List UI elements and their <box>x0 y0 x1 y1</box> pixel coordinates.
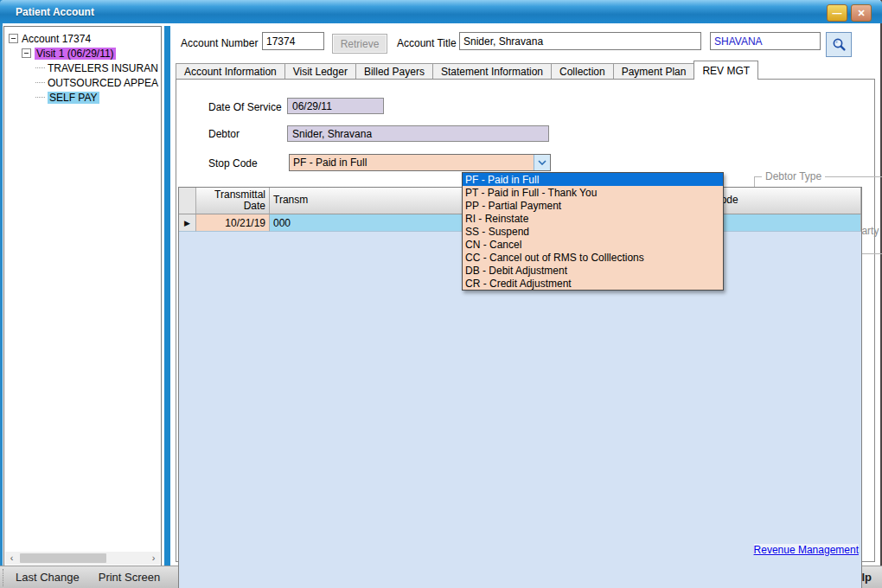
search-icon <box>832 37 847 52</box>
tree-node-payer[interactable]: SELF PAY <box>35 90 161 105</box>
dropdown-option[interactable]: DB - Debit Adjustment <box>463 264 723 277</box>
tree-node-visit-label[interactable]: Visit 1 (06/29/11) <box>35 48 116 60</box>
account-tree-panel: Account 17374 Visit 1 (06/29/11) TRAVELE… <box>3 26 162 566</box>
current-row-icon: ▶ <box>184 219 190 227</box>
tab-billed-payers[interactable]: Billed Payers <box>355 63 433 80</box>
scrollbar-thumb[interactable] <box>20 553 106 563</box>
tree-node-payer[interactable]: OUTSOURCED APPEA <box>35 75 161 90</box>
debtor-field: Snider, Shravana <box>287 125 549 142</box>
date-of-service-label: Date Of Service <box>208 101 282 113</box>
scroll-right-icon[interactable]: › <box>147 552 160 565</box>
row-selector-cell[interactable]: ▶ <box>179 214 196 232</box>
grid-selector-header <box>179 188 196 214</box>
patient-account-window: Patient Account — ✕ Account 17374 Visit … <box>0 0 882 588</box>
stop-code-dropdown-list: PF - Paid in Full PT - Paid in Full - Th… <box>462 172 724 291</box>
panel-splitter[interactable] <box>164 26 170 566</box>
stop-code-combobox[interactable]: PF - Paid in Full <box>289 154 551 171</box>
tree-node-account[interactable]: Account 17374 <box>9 31 161 46</box>
collapse-icon[interactable] <box>22 48 31 58</box>
dropdown-option[interactable]: CC - Cancel out of RMS to Colllections <box>463 251 723 264</box>
dropdown-option[interactable]: PT - Paid in Full - Thank You <box>463 186 723 199</box>
debtor-label: Debtor <box>208 128 240 140</box>
patient-search-input[interactable] <box>710 32 821 50</box>
dropdown-option[interactable]: PP - Partial Payment <box>463 199 723 212</box>
stop-code-value: PF - Paid in Full <box>290 155 534 170</box>
tree-node-payer-label[interactable]: OUTSOURCED APPEA <box>48 77 158 89</box>
tree-node-selfpay-label[interactable]: SELF PAY <box>48 92 99 104</box>
revenue-management-link[interactable]: Revenue Management <box>754 544 859 556</box>
tab-strip: Account Information Visit Ledger Billed … <box>176 61 757 80</box>
collapse-icon[interactable] <box>9 34 18 43</box>
tab-visit-ledger[interactable]: Visit Ledger <box>284 63 356 80</box>
account-number-label: Account Number <box>181 37 258 49</box>
account-number-input[interactable] <box>262 32 324 50</box>
tree-connector <box>35 67 45 68</box>
tab-collection[interactable]: Collection <box>551 63 614 80</box>
retrieve-button[interactable]: Retrieve <box>332 34 387 54</box>
tree-node-visit[interactable]: Visit 1 (06/29/11) <box>22 46 161 61</box>
tree-connector <box>35 97 45 98</box>
combo-dropdown-button[interactable] <box>534 155 550 170</box>
chevron-down-icon <box>538 160 546 165</box>
dropdown-option[interactable]: RI - Reinstate <box>463 212 723 225</box>
col-transmittal-date[interactable]: Transmittal Date <box>196 188 270 214</box>
date-of-service-field: 06/29/11 <box>287 98 384 114</box>
rev-mgt-tab-page: Date Of Service 06/29/11 Debtor Snider, … <box>176 79 875 562</box>
search-button[interactable] <box>826 32 852 57</box>
tab-account-information[interactable]: Account Information <box>176 63 285 80</box>
close-icon: ✕ <box>857 9 865 18</box>
tab-rev-mgt[interactable]: REV MGT <box>693 61 758 80</box>
minimize-button[interactable]: — <box>827 4 847 22</box>
tab-statement-information[interactable]: Statement Information <box>432 63 552 80</box>
tree-horizontal-scrollbar[interactable]: ‹ › <box>5 552 160 565</box>
stop-code-label: Stop Code <box>208 157 258 169</box>
status-last-change[interactable]: Last Change <box>16 571 80 584</box>
dropdown-option[interactable]: PF - Paid in Full <box>463 173 723 186</box>
cell-transmittal-date[interactable]: 10/21/19 <box>196 214 270 232</box>
tree-connector <box>35 82 45 83</box>
minimize-icon: — <box>833 9 842 18</box>
tree-node-payer-label[interactable]: TRAVELERS INSURAN <box>48 62 158 74</box>
title-bar: Patient Account — ✕ <box>0 0 882 23</box>
tree-node-account-label[interactable]: Account 17374 <box>22 33 91 45</box>
tab-payment-plan[interactable]: Payment Plan <box>613 63 695 80</box>
tree-node-payer[interactable]: TRAVELERS INSURAN <box>35 61 161 75</box>
close-button[interactable]: ✕ <box>851 4 872 22</box>
status-print-screen[interactable]: Print Screen <box>99 571 161 584</box>
account-title-input[interactable] <box>459 32 701 50</box>
statusbar-grip <box>3 569 9 586</box>
debtor-type-label: Debtor Type <box>762 170 825 182</box>
dropdown-option[interactable]: CN - Cancel <box>463 238 723 251</box>
window-title: Patient Account <box>16 6 94 18</box>
dropdown-option[interactable]: CR - Credit Adjustment <box>463 277 723 290</box>
scroll-left-icon[interactable]: ‹ <box>5 552 18 565</box>
dropdown-option[interactable]: SS - Suspend <box>463 225 723 238</box>
account-title-label: Account Title <box>397 37 457 49</box>
